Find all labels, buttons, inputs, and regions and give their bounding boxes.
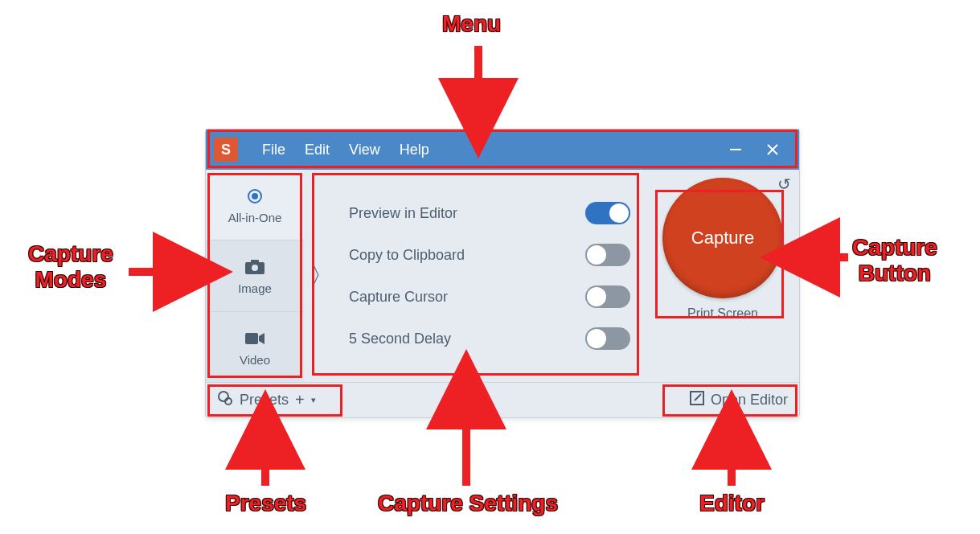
annotation-label-menu: Menu bbox=[442, 11, 501, 37]
menu-file[interactable]: File bbox=[252, 137, 295, 163]
setting-copy-to-clipboard: Copy to Clipboard bbox=[349, 244, 630, 266]
mode-image[interactable]: Image bbox=[206, 240, 304, 311]
toggle-copy-to-clipboard[interactable] bbox=[585, 244, 630, 266]
menu-help[interactable]: Help bbox=[390, 137, 439, 163]
setting-capture-cursor: Capture Cursor bbox=[349, 285, 630, 308]
setting-label: Capture Cursor bbox=[349, 289, 448, 306]
annotation-arrow-modes bbox=[125, 256, 205, 291]
bottom-bar: Presets + ▾ Open Editor bbox=[206, 382, 799, 417]
annotation-label-capture-settings: Capture Settings bbox=[378, 491, 558, 516]
close-icon bbox=[765, 142, 780, 157]
annotation-label-editor: Editor bbox=[699, 491, 765, 516]
titlebar: S File Edit View Help bbox=[206, 129, 799, 170]
settings-list: Preview in Editor Copy to Clipboard Capt… bbox=[341, 202, 630, 350]
minimize-icon bbox=[728, 142, 743, 157]
video-icon bbox=[244, 327, 265, 350]
target-icon bbox=[246, 185, 264, 207]
camera-icon bbox=[244, 256, 265, 278]
setting-preview-in-editor: Preview in Editor bbox=[349, 202, 630, 224]
svg-marker-9 bbox=[259, 333, 264, 344]
capture-modes-panel: All-in-One Image Video bbox=[206, 170, 304, 382]
close-button[interactable] bbox=[754, 138, 791, 162]
mode-label: Video bbox=[240, 353, 270, 367]
annotation-arrow-capture bbox=[792, 241, 856, 277]
annotation-label-capture-button: Capture Button bbox=[852, 235, 937, 286]
edit-icon bbox=[690, 391, 704, 409]
annotation-arrow-presets bbox=[249, 421, 281, 497]
annotation-label-presets: Presets bbox=[225, 491, 306, 516]
presets-label: Presets bbox=[240, 392, 289, 409]
mode-all-in-one[interactable]: All-in-One bbox=[206, 170, 304, 240]
gear-icon bbox=[217, 390, 233, 410]
main-row: All-in-One Image Video 〉 bbox=[206, 170, 799, 382]
chevron-right-icon[interactable]: 〉 bbox=[310, 261, 333, 291]
svg-point-10 bbox=[219, 392, 228, 401]
menu-view[interactable]: View bbox=[339, 137, 390, 163]
capture-button[interactable]: Capture bbox=[662, 178, 783, 298]
capture-area: ↺ Capture Print Screen bbox=[646, 170, 799, 382]
svg-rect-6 bbox=[251, 260, 259, 264]
setting-label: Preview in Editor bbox=[349, 205, 457, 222]
mode-label: Image bbox=[238, 281, 272, 295]
chevron-down-icon: ▾ bbox=[311, 395, 316, 405]
annotation-label-capture-modes: Capture Modes bbox=[28, 241, 113, 293]
mode-video[interactable]: Video bbox=[206, 312, 304, 382]
presets-button[interactable]: Presets + ▾ bbox=[217, 390, 316, 410]
svg-line-13 bbox=[695, 394, 701, 400]
open-editor-label: Open Editor bbox=[711, 392, 788, 409]
svg-point-4 bbox=[252, 193, 258, 199]
open-editor-button[interactable]: Open Editor bbox=[690, 391, 788, 409]
menu-edit[interactable]: Edit bbox=[295, 137, 339, 163]
setting-5-second-delay: 5 Second Delay bbox=[349, 327, 630, 350]
mode-label: All-in-One bbox=[228, 211, 282, 224]
undo-icon: ↺ bbox=[777, 175, 791, 193]
setting-label: Copy to Clipboard bbox=[349, 247, 465, 264]
plus-icon: + bbox=[295, 391, 305, 409]
minimize-button[interactable] bbox=[717, 138, 754, 162]
setting-label: 5 Second Delay bbox=[349, 331, 451, 347]
snagit-window: S File Edit View Help All-in-One bbox=[205, 129, 800, 418]
toggle-5-second-delay[interactable] bbox=[585, 327, 630, 350]
annotation-arrow-editor bbox=[716, 421, 748, 497]
reset-button[interactable]: ↺ bbox=[777, 175, 791, 194]
toggle-preview-in-editor[interactable] bbox=[585, 202, 630, 224]
capture-button-label: Capture bbox=[691, 228, 754, 249]
svg-rect-8 bbox=[245, 333, 258, 344]
annotation-arrow-menu bbox=[462, 42, 494, 134]
body-area: All-in-One Image Video 〉 bbox=[206, 170, 799, 417]
toggle-capture-cursor[interactable] bbox=[585, 285, 630, 308]
app-logo-icon: S bbox=[214, 138, 238, 162]
capture-settings-panel: 〉 Preview in Editor Copy to Clipboard Ca… bbox=[304, 170, 646, 382]
svg-point-7 bbox=[252, 265, 258, 271]
capture-hotkey-label[interactable]: Print Screen bbox=[687, 306, 758, 321]
